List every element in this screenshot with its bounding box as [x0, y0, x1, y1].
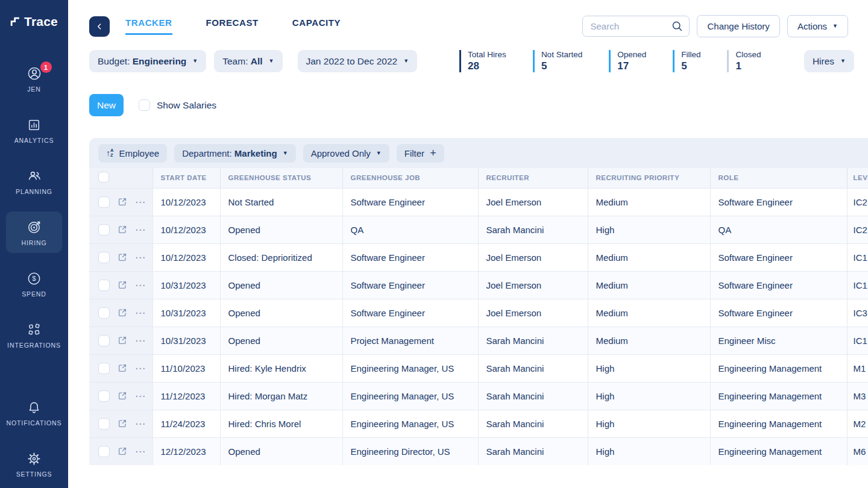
- add-filter-button[interactable]: Filter +: [397, 144, 444, 163]
- chevron-down-icon: ▼: [832, 23, 838, 29]
- row-checkbox[interactable]: [98, 418, 110, 430]
- column-header-greenhouse-job[interactable]: GREENHOUSE JOB: [342, 168, 478, 188]
- row-menu-icon[interactable]: ⋯: [135, 308, 146, 318]
- chevron-down-icon: ▼: [192, 58, 198, 64]
- row-menu-icon[interactable]: ⋯: [135, 280, 146, 290]
- row-checkbox[interactable]: [98, 224, 110, 236]
- row-menu-icon[interactable]: ⋯: [135, 336, 146, 346]
- tab-forecast[interactable]: FORECAST: [206, 17, 259, 35]
- show-salaries-checkbox[interactable]: [139, 99, 150, 111]
- sort-label: Employee: [119, 148, 159, 158]
- cell-level: M1: [847, 354, 868, 382]
- people-icon: [27, 168, 42, 184]
- external-link-icon[interactable]: [117, 307, 128, 318]
- budget-filter-dropdown[interactable]: Budget: Engineering ▼: [89, 50, 206, 72]
- column-header-greenhouse-status[interactable]: GREENHOUSE STATUS: [220, 168, 342, 188]
- stat-filled: Filled 5: [673, 50, 700, 72]
- user-icon: 1: [27, 66, 42, 81]
- hires-label: Hires: [813, 56, 834, 67]
- cell-recruiting-priority: Medium: [588, 188, 710, 216]
- back-button[interactable]: [89, 16, 110, 37]
- column-header-role[interactable]: ROLE: [710, 168, 847, 188]
- approved-only-dropdown[interactable]: Approved Only ▼: [303, 144, 389, 163]
- external-link-icon[interactable]: [117, 224, 128, 235]
- sidebar-item-integrations[interactable]: INTEGRATIONS: [6, 314, 62, 355]
- stat-closed: Closed 1: [727, 50, 761, 72]
- sidebar-item-label: PLANNING: [16, 188, 52, 195]
- cell-recruiting-priority: High: [588, 382, 710, 410]
- cell-greenhouse-job: Software Engineer: [342, 271, 478, 299]
- tab-capacity[interactable]: CAPACITY: [292, 17, 341, 35]
- row-menu-icon[interactable]: ⋯: [135, 419, 146, 429]
- change-history-button[interactable]: Change History: [697, 15, 779, 37]
- cell-level: M3: [847, 382, 868, 410]
- trace-logo-icon: [10, 17, 20, 27]
- external-link-icon[interactable]: [117, 446, 128, 457]
- actions-button[interactable]: Actions ▼: [787, 15, 848, 37]
- sidebar-item-hiring[interactable]: HIRING: [6, 211, 62, 253]
- external-link-icon[interactable]: [117, 196, 128, 207]
- sidebar-item-spend[interactable]: $ SPEND: [6, 263, 62, 304]
- external-link-icon[interactable]: [117, 363, 128, 374]
- sidebar-item-profile[interactable]: 1 JEN: [6, 58, 62, 99]
- svg-text:$: $: [32, 275, 36, 282]
- cell-start-date: 10/31/2023: [153, 271, 220, 299]
- sort-employee-chip[interactable]: ↑AZ Employee: [98, 144, 167, 163]
- column-header-recruiting-priority[interactable]: RECRUITING PRIORITY: [588, 168, 710, 188]
- brand-name: Trace: [24, 14, 58, 29]
- sidebar-item-notifications[interactable]: NOTIFICATIONS: [6, 392, 62, 433]
- cell-start-date: 11/24/2023: [153, 410, 220, 437]
- cell-level: IC1: [847, 327, 868, 354]
- row-checkbox[interactable]: [98, 390, 110, 402]
- external-link-icon[interactable]: [117, 390, 128, 401]
- row-checkbox[interactable]: [98, 307, 110, 319]
- cell-role: Engineering Management: [710, 410, 847, 437]
- row-menu-icon[interactable]: ⋯: [135, 363, 146, 374]
- row-menu-icon[interactable]: ⋯: [135, 446, 146, 457]
- cell-greenhouse-job: Engineering Manager, US: [342, 410, 478, 437]
- sidebar-item-planning[interactable]: PLANNING: [6, 160, 62, 202]
- row-controls-cell: ⋯: [89, 354, 153, 382]
- row-menu-icon[interactable]: ⋯: [135, 197, 146, 207]
- column-header-recruiter[interactable]: RECRUITER: [478, 168, 588, 188]
- row-controls-cell: ⋯: [89, 243, 153, 271]
- app-window: Trace 1 JEN ANALYTICS: [0, 0, 868, 488]
- date-range-dropdown[interactable]: Jan 2022 to Dec 2022 ▼: [298, 50, 418, 72]
- row-checkbox[interactable]: [98, 446, 110, 457]
- row-menu-icon[interactable]: ⋯: [135, 391, 146, 401]
- row-controls-cell: ⋯: [89, 216, 153, 243]
- row-checkbox[interactable]: [98, 335, 110, 346]
- table-row: ⋯ 10/31/2023 Opened Project Management S…: [89, 327, 868, 354]
- external-link-icon[interactable]: [117, 280, 128, 290]
- row-checkbox[interactable]: [98, 280, 110, 291]
- cell-role: Engineer Misc: [710, 327, 847, 354]
- tab-tracker[interactable]: TRACKER: [125, 17, 172, 35]
- cell-recruiting-priority: Medium: [588, 299, 710, 327]
- team-filter-dropdown[interactable]: Team: All ▼: [214, 50, 282, 72]
- external-link-icon[interactable]: [117, 418, 128, 429]
- select-all-checkbox[interactable]: [98, 172, 109, 183]
- row-checkbox[interactable]: [98, 363, 110, 374]
- table-row: ⋯ 10/31/2023 Opened Software Engineer Jo…: [89, 271, 868, 299]
- cell-role: Software Engineer: [710, 299, 847, 327]
- row-menu-icon[interactable]: ⋯: [135, 252, 146, 263]
- external-link-icon[interactable]: [117, 252, 128, 263]
- sidebar-item-label: SPEND: [22, 290, 46, 298]
- row-checkbox[interactable]: [98, 252, 110, 263]
- analytics-icon: [27, 117, 42, 133]
- new-button[interactable]: New: [89, 94, 124, 116]
- top-bar: TRACKER FORECAST CAPACITY Change History…: [89, 15, 868, 37]
- sidebar-item-analytics[interactable]: ANALYTICS: [6, 109, 62, 151]
- cell-recruiter: Sarah Mancini: [478, 354, 588, 382]
- hires-dropdown[interactable]: Hires ▼: [804, 50, 854, 72]
- cell-greenhouse-status: Opened: [220, 299, 342, 327]
- column-header-start-date[interactable]: START DATE: [153, 168, 220, 188]
- cell-greenhouse-job: Software Engineer: [342, 299, 478, 327]
- row-menu-icon[interactable]: ⋯: [135, 225, 146, 235]
- column-header-level[interactable]: LEVEL: [847, 168, 868, 188]
- external-link-icon[interactable]: [117, 335, 128, 346]
- sidebar-item-settings[interactable]: SETTINGS: [6, 443, 62, 484]
- row-checkbox[interactable]: [98, 196, 110, 208]
- department-filter-dropdown[interactable]: Department: Marketing ▼: [174, 144, 296, 163]
- cell-greenhouse-job: Software Engineer: [342, 188, 478, 216]
